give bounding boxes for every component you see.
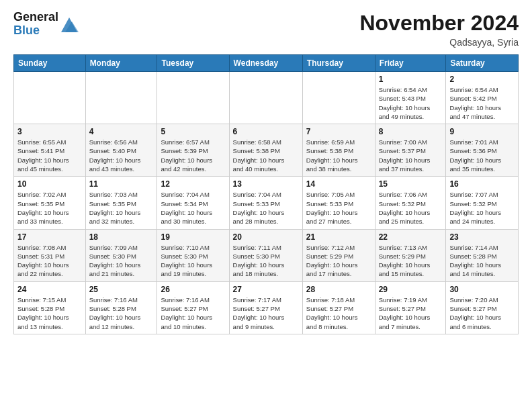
day-number: 30 [449, 285, 515, 294]
day-number: 13 [233, 179, 299, 189]
day-number: 28 [306, 285, 371, 294]
day-number: 6 [233, 127, 299, 136]
day-number: 14 [306, 179, 371, 189]
day-number: 21 [306, 232, 371, 242]
day-info: Sunrise: 6:54 AM Sunset: 5:43 PM Dayligh… [379, 85, 443, 121]
day-info: Sunrise: 7:19 AM Sunset: 5:27 PM Dayligh… [379, 295, 443, 331]
day-number: 10 [17, 179, 82, 189]
calendar-cell: 9Sunrise: 7:01 AM Sunset: 5:36 PM Daylig… [446, 124, 519, 177]
calendar-week-5: 24Sunrise: 7:15 AM Sunset: 5:28 PM Dayli… [14, 281, 519, 334]
day-info: Sunrise: 7:06 AM Sunset: 5:32 PM Dayligh… [379, 190, 443, 226]
day-info: Sunrise: 7:01 AM Sunset: 5:36 PM Dayligh… [449, 138, 515, 173]
weekday-header-monday: Monday [85, 55, 157, 72]
day-info: Sunrise: 6:56 AM Sunset: 5:40 PM Dayligh… [89, 138, 154, 173]
day-info: Sunrise: 6:55 AM Sunset: 5:41 PM Dayligh… [17, 138, 82, 173]
day-number: 12 [161, 179, 225, 189]
day-info: Sunrise: 7:14 AM Sunset: 5:28 PM Dayligh… [449, 243, 515, 279]
day-number: 16 [449, 179, 515, 189]
calendar-cell: 7Sunrise: 6:59 AM Sunset: 5:38 PM Daylig… [302, 124, 375, 177]
day-info: Sunrise: 7:05 AM Sunset: 5:33 PM Dayligh… [306, 190, 371, 226]
day-number: 11 [89, 179, 154, 189]
day-info: Sunrise: 6:57 AM Sunset: 5:39 PM Dayligh… [161, 138, 225, 173]
day-number: 5 [161, 127, 225, 136]
location: Qadsayya, Syria [359, 37, 519, 48]
day-number: 26 [161, 285, 225, 294]
calendar-cell: 17Sunrise: 7:08 AM Sunset: 5:31 PM Dayli… [14, 229, 86, 281]
calendar-week-4: 17Sunrise: 7:08 AM Sunset: 5:31 PM Dayli… [14, 229, 519, 281]
calendar-cell: 27Sunrise: 7:17 AM Sunset: 5:27 PM Dayli… [229, 281, 302, 334]
calendar-cell: 22Sunrise: 7:13 AM Sunset: 5:29 PM Dayli… [375, 229, 446, 281]
calendar-cell: 3Sunrise: 6:55 AM Sunset: 5:41 PM Daylig… [14, 124, 86, 177]
calendar-cell: 21Sunrise: 7:12 AM Sunset: 5:29 PM Dayli… [302, 229, 375, 281]
day-info: Sunrise: 7:12 AM Sunset: 5:29 PM Dayligh… [306, 243, 371, 279]
day-number: 29 [379, 285, 443, 294]
calendar-cell [157, 72, 229, 124]
day-info: Sunrise: 7:08 AM Sunset: 5:31 PM Dayligh… [17, 243, 82, 279]
day-info: Sunrise: 7:00 AM Sunset: 5:37 PM Dayligh… [379, 138, 443, 173]
calendar-cell [85, 72, 157, 124]
logo-text: General Blue [13, 11, 58, 38]
calendar-cell: 16Sunrise: 7:07 AM Sunset: 5:32 PM Dayli… [446, 177, 519, 229]
day-info: Sunrise: 7:02 AM Sunset: 5:35 PM Dayligh… [17, 190, 82, 226]
day-info: Sunrise: 6:54 AM Sunset: 5:42 PM Dayligh… [449, 85, 515, 121]
weekday-header-thursday: Thursday [302, 55, 375, 72]
title-block: November 2024 Qadsayya, Syria [359, 11, 519, 48]
calendar: SundayMondayTuesdayWednesdayThursdayFrid… [13, 54, 519, 334]
day-number: 23 [449, 232, 515, 242]
day-number: 4 [89, 127, 154, 136]
day-info: Sunrise: 7:13 AM Sunset: 5:29 PM Dayligh… [379, 243, 443, 279]
day-info: Sunrise: 6:59 AM Sunset: 5:38 PM Dayligh… [306, 138, 371, 173]
day-number: 1 [379, 75, 443, 84]
calendar-cell: 13Sunrise: 7:04 AM Sunset: 5:33 PM Dayli… [229, 177, 302, 229]
calendar-cell [302, 72, 375, 124]
weekday-header-tuesday: Tuesday [157, 55, 229, 72]
day-info: Sunrise: 7:04 AM Sunset: 5:33 PM Dayligh… [233, 190, 299, 226]
header: General Blue November 2024 Qadsayya, Syr… [13, 11, 519, 48]
calendar-cell: 19Sunrise: 7:10 AM Sunset: 5:30 PM Dayli… [157, 229, 229, 281]
day-info: Sunrise: 6:58 AM Sunset: 5:38 PM Dayligh… [233, 138, 299, 173]
day-number: 15 [379, 179, 443, 189]
calendar-cell: 15Sunrise: 7:06 AM Sunset: 5:32 PM Dayli… [375, 177, 446, 229]
calendar-cell: 29Sunrise: 7:19 AM Sunset: 5:27 PM Dayli… [375, 281, 446, 334]
day-info: Sunrise: 7:11 AM Sunset: 5:30 PM Dayligh… [233, 243, 299, 279]
day-number: 3 [17, 127, 82, 136]
day-info: Sunrise: 7:16 AM Sunset: 5:27 PM Dayligh… [161, 295, 225, 331]
day-number: 20 [233, 232, 299, 242]
calendar-cell: 28Sunrise: 7:18 AM Sunset: 5:27 PM Dayli… [302, 281, 375, 334]
day-number: 2 [449, 75, 515, 84]
logo: General Blue [13, 11, 79, 38]
calendar-cell: 30Sunrise: 7:20 AM Sunset: 5:27 PM Dayli… [446, 281, 519, 334]
day-info: Sunrise: 7:03 AM Sunset: 5:35 PM Dayligh… [89, 190, 154, 226]
day-info: Sunrise: 7:17 AM Sunset: 5:27 PM Dayligh… [233, 295, 299, 331]
day-number: 17 [17, 232, 82, 242]
day-info: Sunrise: 7:18 AM Sunset: 5:27 PM Dayligh… [306, 295, 371, 331]
calendar-cell: 5Sunrise: 6:57 AM Sunset: 5:39 PM Daylig… [157, 124, 229, 177]
day-info: Sunrise: 7:20 AM Sunset: 5:27 PM Dayligh… [449, 295, 515, 331]
calendar-cell: 12Sunrise: 7:04 AM Sunset: 5:34 PM Dayli… [157, 177, 229, 229]
day-number: 18 [89, 232, 154, 242]
day-number: 25 [89, 285, 154, 294]
logo-blue: Blue [13, 24, 58, 38]
calendar-cell: 11Sunrise: 7:03 AM Sunset: 5:35 PM Dayli… [85, 177, 157, 229]
weekday-header-row: SundayMondayTuesdayWednesdayThursdayFrid… [14, 55, 519, 72]
day-info: Sunrise: 7:10 AM Sunset: 5:30 PM Dayligh… [161, 243, 225, 279]
day-number: 19 [161, 232, 225, 242]
weekday-header-saturday: Saturday [446, 55, 519, 72]
weekday-header-wednesday: Wednesday [229, 55, 302, 72]
calendar-cell [14, 72, 86, 124]
day-info: Sunrise: 7:07 AM Sunset: 5:32 PM Dayligh… [449, 190, 515, 226]
day-number: 7 [306, 127, 371, 136]
weekday-header-sunday: Sunday [14, 55, 86, 72]
calendar-cell: 20Sunrise: 7:11 AM Sunset: 5:30 PM Dayli… [229, 229, 302, 281]
month-title: November 2024 [359, 11, 519, 36]
weekday-header-friday: Friday [375, 55, 446, 72]
calendar-week-3: 10Sunrise: 7:02 AM Sunset: 5:35 PM Dayli… [14, 177, 519, 229]
day-number: 24 [17, 285, 82, 294]
logo-general: General [13, 11, 58, 24]
day-number: 27 [233, 285, 299, 294]
day-info: Sunrise: 7:15 AM Sunset: 5:28 PM Dayligh… [17, 295, 82, 331]
calendar-cell [229, 72, 302, 124]
calendar-cell: 14Sunrise: 7:05 AM Sunset: 5:33 PM Dayli… [302, 177, 375, 229]
logo-icon [60, 15, 79, 34]
calendar-cell: 18Sunrise: 7:09 AM Sunset: 5:30 PM Dayli… [85, 229, 157, 281]
